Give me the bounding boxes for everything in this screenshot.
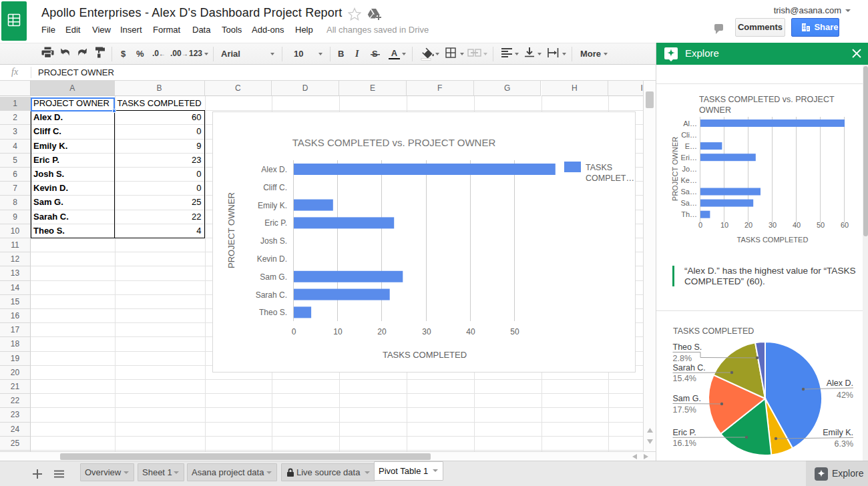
svg-text:Cliff C.: Cliff C.: [263, 183, 287, 192]
svg-text:2.8%: 2.8%: [673, 354, 692, 363]
svg-text:TASKS: TASKS: [586, 163, 612, 172]
svg-text:6.3%: 6.3%: [835, 439, 854, 449]
svg-text:Sa…: Sa…: [681, 188, 697, 196]
svg-text:Sa…: Sa…: [681, 199, 697, 207]
svg-text:Theo S.: Theo S.: [259, 308, 287, 317]
svg-text:Alex D.: Alex D.: [261, 165, 287, 174]
svg-text:30: 30: [422, 327, 431, 336]
svg-text:15.4%: 15.4%: [673, 374, 696, 383]
svg-text:Kevin D.: Kevin D.: [257, 254, 287, 264]
svg-text:Th…: Th…: [681, 210, 697, 218]
svg-text:50: 50: [817, 221, 825, 229]
svg-text:16.1%: 16.1%: [673, 439, 696, 448]
svg-text:0: 0: [698, 221, 702, 229]
svg-text:TASKS COMPLETED: TASKS COMPLETED: [737, 236, 809, 244]
svg-text:10: 10: [333, 327, 343, 336]
svg-text:PROJECT OWNER: PROJECT OWNER: [226, 192, 236, 268]
svg-text:60: 60: [841, 221, 849, 229]
svg-text:Sarah C.: Sarah C.: [256, 290, 287, 300]
svg-text:Eric P.: Eric P.: [264, 218, 287, 228]
svg-text:TASKS COMPLETED vs. PROJECT OW: TASKS COMPLETED vs. PROJECT OWNER: [292, 137, 496, 148]
svg-text:OWNER: OWNER: [699, 105, 731, 115]
svg-text:Sarah C.: Sarah C.: [673, 363, 706, 373]
svg-text:50: 50: [510, 327, 519, 336]
svg-text:PROJECT OWNER: PROJECT OWNER: [671, 137, 679, 201]
svg-text:Sam G.: Sam G.: [673, 394, 701, 403]
svg-text:Cli…: Cli…: [681, 131, 697, 139]
svg-text:Eric P.: Eric P.: [673, 428, 696, 437]
svg-text:17.5%: 17.5%: [673, 405, 696, 415]
svg-text:42%: 42%: [837, 391, 853, 400]
svg-text:E…: E…: [685, 142, 697, 150]
svg-text:Ke…: Ke…: [681, 176, 697, 184]
svg-text:40: 40: [793, 221, 801, 229]
svg-text:Theo S.: Theo S.: [673, 342, 702, 352]
svg-text:30: 30: [769, 221, 777, 229]
svg-text:20: 20: [377, 327, 387, 336]
svg-text:20: 20: [744, 221, 752, 229]
svg-text:Alex D.: Alex D.: [827, 379, 853, 388]
svg-text:COMPLET…: COMPLET…: [586, 174, 634, 183]
svg-text:Sam G.: Sam G.: [260, 272, 287, 282]
svg-text:0: 0: [292, 327, 296, 336]
svg-text:Jo…: Jo…: [682, 165, 697, 173]
svg-text:10: 10: [720, 221, 728, 229]
svg-text:Emily K.: Emily K.: [823, 428, 853, 437]
svg-text:Eri…: Eri…: [681, 154, 697, 162]
svg-text:TASKS COMPLETED: TASKS COMPLETED: [383, 350, 467, 360]
svg-text:Emily K.: Emily K.: [258, 201, 287, 210]
svg-text:40: 40: [466, 327, 475, 336]
svg-text:TASKS COMPLETED: TASKS COMPLETED: [673, 326, 754, 336]
svg-text:TASKS COMPLETED vs. PROJECT: TASKS COMPLETED vs. PROJECT: [699, 95, 835, 104]
svg-text:Al…: Al…: [683, 119, 697, 128]
svg-text:Josh S.: Josh S.: [260, 236, 287, 246]
